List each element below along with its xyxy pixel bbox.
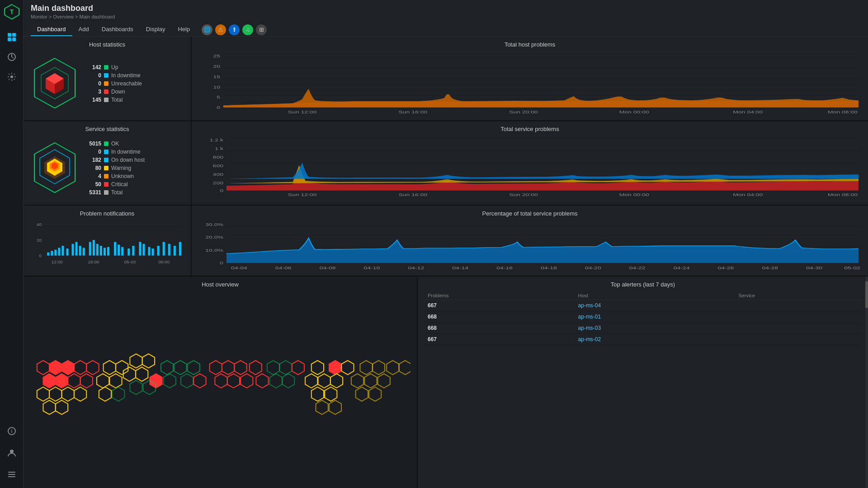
notifications-panel: Problem notifications 40 20 0: [24, 206, 191, 276]
host-overview-map: [30, 291, 410, 483]
svg-rect-98: [168, 244, 170, 256]
svg-rect-83: [96, 244, 99, 256]
svg-text:200: 200: [213, 181, 223, 185]
sidebar-item-overview[interactable]: [4, 49, 20, 65]
svg-text:0: 0: [220, 188, 223, 193]
total-dot: [104, 98, 108, 102]
svg-text:Mon 00:00: Mon 00:00: [619, 192, 649, 197]
svg-rect-73: [54, 250, 57, 256]
alerters-table: Problems Host Service 667 ap-ms-04 668: [424, 291, 862, 345]
service-stats-title: Service statistics: [30, 126, 184, 132]
alerter-service-1: [735, 311, 862, 323]
svg-text:Mon 08:00: Mon 08:00: [828, 192, 858, 197]
alerter-problems-1: 668: [424, 311, 575, 323]
service-problems-title: Total service problems: [198, 126, 862, 132]
dashboard-grid: Host statistics: [24, 37, 868, 488]
svc-downtime-dot: [104, 150, 108, 154]
globe-icon[interactable]: 🌐: [202, 24, 212, 35]
nav-menu: Dashboard Add Dashboards Display Help 🌐 …: [31, 21, 861, 36]
host-overview-panel: Host overview: [24, 277, 417, 488]
host-overview-title: Host overview: [30, 281, 410, 288]
svg-rect-79: [79, 246, 81, 256]
svc-stat-warning: 80 Warning: [85, 165, 145, 171]
svg-text:i: i: [11, 429, 12, 434]
alerter-row: 668 ap-ms-03: [424, 323, 862, 334]
sidebar-item-settings[interactable]: [4, 69, 20, 85]
svg-rect-93: [142, 244, 145, 256]
svg-rect-96: [157, 246, 160, 256]
grid-icon[interactable]: ⊞: [256, 24, 267, 35]
svg-rect-97: [163, 242, 165, 255]
svg-rect-13: [8, 474, 15, 475]
alerter-service-2: [735, 323, 862, 334]
svc-stat-ok: 5015 OK: [85, 141, 145, 147]
svg-rect-74: [58, 248, 60, 255]
alert-icon[interactable]: ⚠: [215, 24, 226, 35]
alerter-row: 667 ap-ms-02: [424, 334, 862, 345]
nav-item-dashboard[interactable]: Dashboard: [31, 23, 72, 36]
svg-rect-75: [61, 246, 64, 256]
page-header: Main dashboard: [31, 0, 861, 14]
col-service: Service: [735, 291, 862, 300]
svg-text:Mon 08:00: Mon 08:00: [828, 110, 858, 115]
svg-text:Sun 12:00: Sun 12:00: [288, 192, 317, 197]
sidebar-item-dashboard[interactable]: [4, 29, 20, 45]
svg-text:05-03: 05-03: [124, 260, 136, 264]
spotify-icon[interactable]: ♫: [242, 24, 253, 35]
svg-text:1.2 k: 1.2 k: [210, 138, 224, 142]
pct-problems-title: Percentage of total service problems: [198, 210, 862, 217]
svg-text:400: 400: [213, 172, 223, 177]
svg-text:04-08: 04-08: [320, 266, 336, 270]
svg-text:04-14: 04-14: [452, 266, 468, 270]
nav-item-help[interactable]: Help: [171, 23, 196, 36]
svg-text:04-18: 04-18: [541, 266, 557, 270]
svg-text:40: 40: [37, 223, 42, 227]
warning-dot: [104, 166, 108, 170]
svg-rect-72: [51, 251, 53, 255]
nav-item-add[interactable]: Add: [72, 23, 95, 36]
svg-point-9: [10, 75, 13, 78]
svg-text:04-22: 04-22: [629, 266, 646, 270]
top-alerters-panel: Top alerters (last 7 days) Problems Host…: [418, 277, 868, 488]
host-stats-panel: Host statistics: [24, 37, 191, 120]
alerter-service-3: [735, 334, 862, 345]
sidebar-bottom: i: [4, 421, 20, 484]
svg-rect-3: [12, 33, 16, 37]
svg-text:05-02: 05-02: [844, 266, 860, 270]
alerter-problems-2: 668: [424, 323, 575, 334]
sidebar-item-user[interactable]: [4, 445, 20, 461]
host-problems-title: Total host problems: [198, 41, 862, 48]
svg-text:800: 800: [213, 155, 223, 160]
svg-point-12: [10, 450, 14, 453]
host-hexagon: [30, 56, 80, 112]
breadcrumb: Monitor > Overview > Main dashboard: [31, 14, 861, 21]
scrollbar[interactable]: [865, 277, 868, 488]
nav-item-display[interactable]: Display: [140, 23, 172, 36]
sidebar-item-collapse[interactable]: [4, 466, 20, 483]
svg-rect-77: [72, 244, 74, 256]
svg-text:20: 20: [213, 64, 220, 69]
svg-text:25: 25: [213, 53, 220, 58]
svg-text:Sun 20:00: Sun 20:00: [509, 192, 538, 197]
nav-item-dashboards[interactable]: Dashboards: [95, 23, 140, 36]
svg-rect-2: [8, 33, 11, 37]
svg-text:04-16: 04-16: [496, 266, 513, 270]
ok-dot: [104, 141, 108, 146]
svg-text:04-20: 04-20: [585, 266, 601, 270]
svc-stat-ondown: 182 On down host: [85, 157, 145, 163]
svg-text:10: 10: [213, 84, 220, 89]
sidebar: T i: [0, 0, 24, 488]
sidebar-item-info[interactable]: i: [4, 423, 20, 439]
app-logo[interactable]: T: [4, 4, 20, 20]
svg-rect-85: [104, 248, 106, 255]
col-problems: Problems: [424, 291, 575, 300]
svg-text:0: 0: [217, 105, 220, 110]
svg-text:1 k: 1 k: [215, 146, 223, 151]
svg-rect-89: [121, 247, 123, 256]
stat-row-downtime: 0 In downtime: [85, 72, 142, 79]
scrollbar-thumb[interactable]: [865, 281, 868, 308]
svc-stat-critical: 50 Critical: [85, 181, 145, 188]
upload-icon[interactable]: ⬆: [229, 24, 240, 35]
svg-rect-87: [114, 242, 116, 255]
svg-text:04-04: 04-04: [231, 266, 247, 270]
